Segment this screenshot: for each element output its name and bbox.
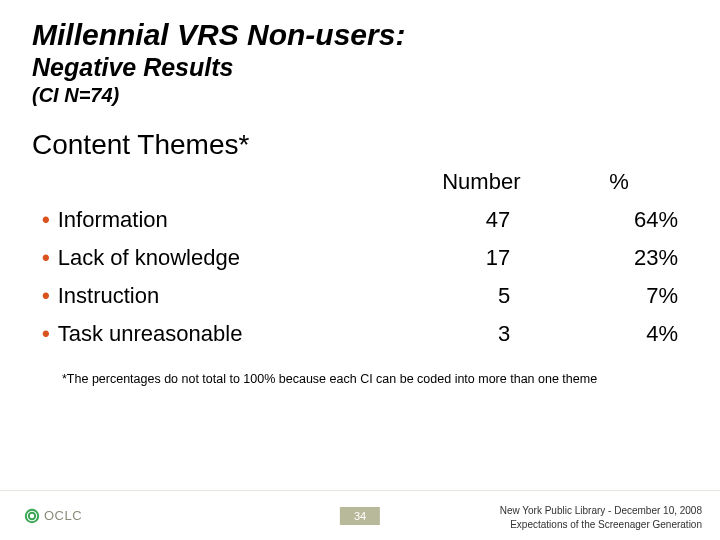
bullet-icon: • — [42, 207, 50, 232]
row-number: 5 — [412, 277, 550, 315]
credit-line-2: Expectations of the Screenager Generatio… — [500, 518, 702, 532]
row-label: Information — [58, 207, 168, 232]
row-number: 3 — [412, 315, 550, 353]
row-number: 17 — [412, 239, 550, 277]
row-percent: 7% — [550, 277, 688, 315]
slide-subtitle: Negative Results — [32, 53, 688, 82]
slide-title: Millennial VRS Non-users: — [32, 18, 688, 51]
col-percent: % — [550, 165, 688, 201]
bottom-bar: OCLC 34 New York Public Library - Decemb… — [0, 490, 720, 540]
row-number: 47 — [412, 201, 550, 239]
row-percent: 4% — [550, 315, 688, 353]
row-label: Instruction — [58, 283, 160, 308]
col-number: Number — [412, 165, 550, 201]
data-table: Number % •Information 47 64% •Lack of kn… — [32, 165, 688, 353]
svg-point-1 — [29, 512, 35, 518]
row-label: Task unreasonable — [58, 321, 243, 346]
table-row: •Lack of knowledge 17 23% — [32, 239, 688, 277]
row-percent: 23% — [550, 239, 688, 277]
bullet-icon: • — [42, 245, 50, 270]
svg-point-0 — [26, 509, 38, 521]
page-number: 34 — [340, 507, 380, 525]
section-heading: Content Themes* — [32, 129, 688, 161]
credits: New York Public Library - December 10, 2… — [500, 504, 702, 532]
logo-text: OCLC — [44, 508, 82, 523]
footnote: *The percentages do not total to 100% be… — [62, 371, 622, 387]
ci-line: (CI N=74) — [32, 84, 688, 107]
spiral-icon — [24, 508, 40, 524]
row-label: Lack of knowledge — [58, 245, 240, 270]
credit-line-1: New York Public Library - December 10, 2… — [500, 504, 702, 518]
bullet-icon: • — [42, 283, 50, 308]
table-row: •Instruction 5 7% — [32, 277, 688, 315]
row-percent: 64% — [550, 201, 688, 239]
table-row: •Task unreasonable 3 4% — [32, 315, 688, 353]
bullet-icon: • — [42, 321, 50, 346]
table-row: •Information 47 64% — [32, 201, 688, 239]
oclc-logo: OCLC — [24, 508, 82, 524]
